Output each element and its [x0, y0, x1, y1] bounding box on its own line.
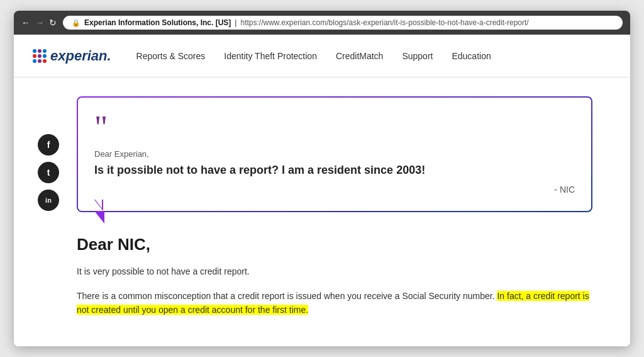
- article-para-1: It is very possible to not have a credit…: [77, 264, 592, 278]
- quote-marks: ": [94, 111, 575, 144]
- social-sidebar: f t in: [33, 96, 64, 327]
- quote-text: Is it possible not to have a report? I a…: [94, 164, 575, 177]
- quote-greeting: Dear Experian,: [94, 149, 575, 159]
- nav-identity-theft[interactable]: Identity Theft Protection: [224, 51, 317, 61]
- dot-1: [33, 49, 36, 53]
- linkedin-icon[interactable]: in: [38, 190, 59, 211]
- facebook-icon[interactable]: f: [38, 134, 59, 156]
- browser-window: ← → ↻ 🔒 Experian Information Solutions, …: [14, 11, 630, 346]
- address-bar[interactable]: 🔒 Experian Information Solutions, Inc. […: [63, 16, 623, 30]
- dot-5: [38, 54, 42, 58]
- dot-6: [43, 54, 47, 58]
- article-para-2: There is a common misconception that a c…: [77, 289, 592, 317]
- para2-before: There is a common misconception that a c…: [77, 291, 495, 301]
- quote-wrapper: " Dear Experian, Is it possible not to h…: [77, 96, 592, 212]
- dot-8: [38, 59, 42, 63]
- speech-tail: [94, 200, 104, 224]
- logo[interactable]: experian.: [33, 48, 111, 64]
- url-path: https://www.experian.com/blogs/ask-exper…: [240, 18, 528, 27]
- nav-education[interactable]: Education: [452, 51, 491, 61]
- back-button[interactable]: ←: [21, 18, 30, 27]
- tail-outer: [94, 211, 104, 224]
- website: experian. Reports & Scores Identity Thef…: [14, 35, 630, 346]
- tail-inner: [94, 198, 102, 208]
- quote-inner-white: " Dear Experian, Is it possible not to h…: [78, 98, 591, 211]
- dot-3: [43, 49, 47, 53]
- logo-dots: [33, 49, 47, 63]
- forward-button[interactable]: →: [35, 18, 44, 27]
- refresh-button[interactable]: ↻: [49, 18, 57, 27]
- nav-reports-scores[interactable]: Reports & Scores: [136, 51, 206, 61]
- dot-2: [38, 49, 42, 53]
- quote-author: - NIC: [94, 184, 575, 195]
- quote-gradient-border: " Dear Experian, Is it possible not to h…: [77, 96, 592, 212]
- site-nav: Reports & Scores Identity Theft Protecti…: [136, 51, 491, 61]
- browser-nav: ← → ↻: [21, 18, 57, 27]
- article-heading: Dear NIC,: [77, 235, 592, 254]
- browser-chrome: ← → ↻ 🔒 Experian Information Solutions, …: [14, 11, 630, 35]
- twitter-icon[interactable]: t: [38, 162, 59, 183]
- site-main: f t in " Dear Experian, Is it possible n…: [14, 77, 630, 346]
- nav-support[interactable]: Support: [402, 51, 433, 61]
- dot-9: [43, 59, 47, 63]
- dot-4: [33, 54, 36, 58]
- nav-creditmatch[interactable]: CreditMatch: [336, 51, 383, 61]
- logo-text: experian.: [50, 48, 111, 64]
- site-header: experian. Reports & Scores Identity Thef…: [14, 35, 630, 77]
- content-area: " Dear Experian, Is it possible not to h…: [77, 96, 592, 327]
- url-separator: |: [235, 18, 236, 27]
- dot-7: [33, 59, 36, 63]
- lock-icon: 🔒: [72, 19, 80, 27]
- url-site: Experian Information Solutions, Inc. [US…: [84, 18, 231, 27]
